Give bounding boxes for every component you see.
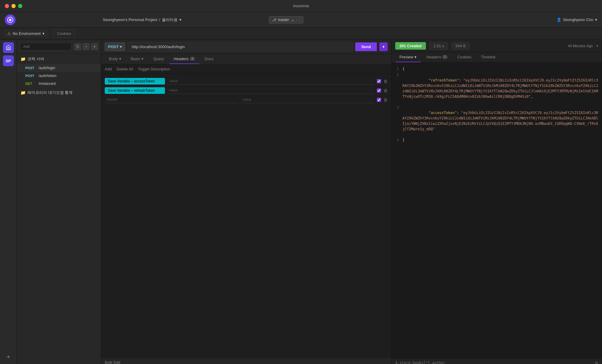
tab-basic[interactable]: Basic ▾: [127, 54, 148, 64]
sidebar-header-icons: ⇅ + ▾: [74, 43, 98, 50]
folder-airkorea[interactable]: 📁 에어코리아 대기오염 통계: [17, 88, 101, 98]
resp-tab-preview-label: Preview: [399, 55, 413, 59]
request-item-restaurant[interactable]: GET /restaurant: [17, 80, 101, 88]
request-path: /auth/token: [39, 74, 56, 78]
response-filter-bar: ⊕: [392, 358, 602, 364]
header-checkbox-empty[interactable]: [377, 98, 381, 102]
response-tab-bar: Preview ▾ Headers 7 Cookies Timeline: [392, 52, 602, 63]
sidebar-header: ⇅ + ▾: [17, 40, 101, 54]
response-timestamp: 44 Minutes Ago: [568, 44, 593, 48]
chevron-down-icon: ▾: [414, 55, 417, 59]
request-path: /restaurant: [39, 82, 56, 86]
header-value-refresh-token[interactable]: [167, 87, 374, 94]
app-title: Insomnia: [293, 4, 309, 8]
username: Seonghyeon Cho: [563, 17, 593, 22]
top-navbar: Seonghyeon's Personal Project / 플러터용 ▾ ⎇…: [0, 12, 602, 28]
resp-tab-headers[interactable]: Headers 7: [422, 52, 452, 62]
branch-selector[interactable]: ⎇ master ☁ ↑ ↓: [269, 16, 303, 23]
branch-cloud-icons: ☁ ↑ ↓: [291, 18, 300, 22]
tab-query[interactable]: Query: [149, 54, 168, 64]
icon-sidebar: SP: [0, 40, 17, 364]
chevron-down-icon: ▾: [179, 17, 182, 22]
project-selector[interactable]: Seonghyeon's Personal Project / 플러터용 ▾: [20, 17, 264, 23]
traffic-lights: [5, 4, 22, 8]
environment-selector[interactable]: ⚠ No Environment ▾: [4, 29, 48, 38]
resp-tab-cookies[interactable]: Cookies: [453, 52, 476, 62]
response-filter-input[interactable]: [395, 361, 592, 364]
chevron-down-icon: ▾: [596, 44, 598, 48]
method-badge-post: POST: [25, 66, 36, 70]
header-value-access-token[interactable]: [167, 78, 374, 85]
user-icon: 👤: [557, 17, 561, 22]
tab-headers-label: Headers: [174, 57, 188, 61]
separator: /: [159, 17, 160, 22]
branch-icon: ⎇: [272, 18, 276, 22]
headers-list: Save Variable – accessToken 🗑 Save Varia…: [101, 74, 391, 357]
chevron-down-icon: ▾: [141, 57, 144, 61]
header-row-empty: 🗑: [101, 95, 391, 104]
add-dropdown-button[interactable]: ▾: [91, 43, 98, 50]
folder-icon: 📁: [20, 57, 26, 61]
add-header-button[interactable]: Add: [105, 67, 112, 71]
response-body: 1 { 2 "refreshToken": "eyJhbGciOiJIUzI1N…: [392, 63, 602, 358]
header-delete-refresh-token[interactable]: 🗑: [383, 88, 388, 93]
tab-query-label: Query: [153, 57, 164, 61]
headers-count-badge: 3: [190, 57, 195, 61]
header-key-empty[interactable]: [105, 96, 238, 103]
center-panel: POST ▾ Send ▾ Body ▾ Basic ▾ Query Heade…: [101, 40, 391, 364]
add-request-button[interactable]: +: [82, 43, 90, 50]
resp-tab-timeline[interactable]: Timeline: [477, 52, 500, 62]
url-bar: POST ▾ Send ▾: [101, 40, 391, 54]
titlebar: Insomnia: [0, 0, 602, 12]
folder-kopec-server[interactable]: 📁 코팩 서버: [17, 54, 101, 64]
folder-icon: 📁: [20, 90, 26, 95]
resp-tab-cookies-label: Cookies: [457, 55, 471, 59]
header-key-access-token[interactable]: Save Variable – accessToken: [105, 78, 165, 85]
tab-docs[interactable]: Docs: [200, 54, 218, 64]
send-button[interactable]: Send: [355, 42, 377, 51]
minimize-button[interactable]: [11, 4, 16, 8]
request-item-auth-login[interactable]: POST /auth/login: [17, 64, 101, 72]
code-line-4: 4 }: [392, 137, 602, 143]
header-delete-access-token[interactable]: 🗑: [383, 79, 388, 84]
chevron-down-icon: ▾: [119, 57, 121, 61]
send-dropdown-button[interactable]: ▾: [379, 42, 388, 51]
code-line-1: 1 {: [392, 66, 602, 72]
cookies-button[interactable]: Cookies: [53, 29, 75, 38]
bulk-edit-bar[interactable]: Bulk Edit: [101, 357, 391, 364]
env-toolbar: ⚠ No Environment ▾ Cookies: [0, 28, 602, 40]
resp-tab-headers-label: Headers: [426, 55, 441, 59]
header-delete-empty[interactable]: 🗑: [383, 97, 388, 102]
delete-all-button[interactable]: Delete All: [116, 67, 133, 71]
warning-icon: ⚠: [7, 31, 11, 36]
filter-icon: ⊕: [595, 360, 598, 364]
url-input[interactable]: [128, 42, 353, 51]
tab-headers[interactable]: Headers 3: [169, 54, 199, 64]
method-badge-post: POST: [25, 74, 36, 78]
user-menu[interactable]: 👤 Seonghyeon Cho ▾: [557, 17, 597, 22]
method-selector[interactable]: POST ▾: [105, 42, 125, 51]
project-name: Seonghyeon's Personal Project: [103, 17, 157, 22]
filter-input[interactable]: [20, 43, 72, 51]
toggle-description-button[interactable]: Toggle Description: [138, 67, 170, 71]
response-size: 544 B: [452, 42, 470, 50]
sidebar-item-workspace[interactable]: SP: [3, 55, 14, 66]
request-item-auth-token[interactable]: POST /auth/token: [17, 72, 101, 80]
header-checkbox-access-token[interactable]: [377, 79, 381, 83]
status-badge: 201 Created: [395, 42, 426, 50]
sidebar-item-home[interactable]: [3, 42, 14, 53]
header-key-refresh-token[interactable]: Save Variable – refreshToken: [105, 87, 165, 94]
fullscreen-button[interactable]: [18, 4, 22, 8]
close-button[interactable]: [5, 4, 9, 8]
resp-tab-preview[interactable]: Preview ▾: [395, 52, 421, 62]
tab-body[interactable]: Body ▾: [105, 54, 126, 64]
tab-body-label: Body: [109, 57, 118, 61]
header-checkbox-refresh-token[interactable]: [377, 88, 381, 93]
sidebar-item-add[interactable]: [3, 351, 14, 362]
app-logo[interactable]: [5, 14, 16, 25]
tab-docs-label: Docs: [205, 57, 214, 61]
svg-point-1: [9, 19, 11, 21]
resp-tab-timeline-label: Timeline: [481, 55, 496, 59]
header-value-empty[interactable]: [241, 96, 374, 103]
sort-button[interactable]: ⇅: [74, 43, 81, 50]
